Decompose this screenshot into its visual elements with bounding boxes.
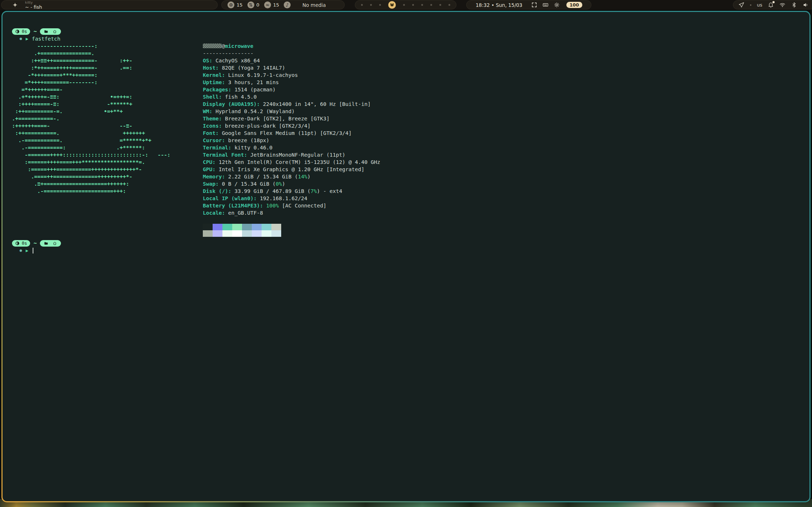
battery-badge[interactable]: 100 (566, 2, 582, 8)
palette-swatch (262, 224, 271, 230)
kitty-icon (389, 2, 395, 8)
palette-swatch (222, 230, 232, 237)
info-label: WM: (203, 108, 212, 114)
window-class: kitty (25, 1, 42, 4)
stat-icon: ≈ (264, 1, 271, 8)
workspace-indicator[interactable] (412, 4, 414, 6)
stat-icon: ⚙ (227, 1, 234, 8)
info-label: Host: (203, 65, 219, 71)
palette-swatch (232, 224, 242, 230)
info-label: Packages: (203, 87, 231, 92)
bluetooth-icon[interactable] (791, 2, 797, 8)
workspace-indicator[interactable] (403, 4, 405, 6)
command-line-2[interactable]: ● ▶ (12, 247, 800, 254)
notifications-button[interactable] (768, 2, 774, 8)
fullscreen-icon[interactable] (531, 2, 537, 8)
stat-item[interactable]: ⇅ 0 (247, 1, 259, 8)
workspace-indicator[interactable] (421, 4, 423, 6)
fastfetch-info-line: Swap: 0 B / 15.34 GiB (0%) (203, 180, 380, 187)
folder-icon (44, 29, 48, 34)
duration-badge: 0s (12, 240, 30, 247)
duration-clock-icon (15, 29, 20, 34)
path-badge (40, 240, 61, 247)
fastfetch-info-line: Icons: breeze-plus-dark [GTK2/3/4] (203, 122, 380, 129)
active-window-info: kitty ~ - fish (25, 1, 42, 9)
text-cursor[interactable] (33, 248, 33, 254)
duration-badge: 0s (12, 28, 30, 35)
workspace-indicator[interactable] (388, 1, 396, 9)
workspace-indicator[interactable] (439, 4, 441, 6)
info-label: Locale: (203, 210, 225, 216)
palette-swatch (271, 230, 281, 237)
stat-item[interactable]: ⚙ 15 (227, 1, 243, 8)
info-label: Icons: (203, 123, 222, 129)
palette-swatch (252, 224, 262, 230)
prompt-status-dot: ● (20, 35, 22, 42)
volume-icon[interactable] (803, 2, 809, 8)
fastfetch-info-line: Shell: fish 4.5.0 (203, 93, 380, 100)
terminal-content[interactable]: 0s ~ ● ▶ fastfetch ------------------: .… (3, 12, 809, 501)
info-label: Font: (203, 130, 219, 136)
info-label: Memory: (203, 174, 225, 180)
info-highlight: 14% (298, 174, 307, 180)
workspace-indicator[interactable] (430, 4, 432, 6)
info-label: GPU: (203, 166, 216, 172)
command-line-1: ● ▶ fastfetch (12, 35, 800, 42)
info-label: Theme: (203, 116, 222, 121)
keyboard-layout-label[interactable]: us (757, 2, 762, 8)
palette-row-bright (203, 230, 380, 237)
workspace-indicator[interactable] (448, 4, 450, 6)
fastfetch-info-column: @microwave ---------------- OS: CachyOS … (203, 42, 380, 237)
workspace-indicator[interactable] (361, 4, 363, 6)
info-label: Cursor: (203, 137, 225, 143)
home-icon (53, 29, 57, 34)
brightness-icon[interactable] (554, 2, 560, 8)
keyboard-icon[interactable] (542, 2, 549, 8)
fastfetch-info-line: Packages: 1514 (pacman) (203, 86, 380, 93)
duration-label: 0s (22, 240, 27, 247)
prompt-arrow-icon: ▶ (26, 247, 28, 254)
info-label: Disk (/): (203, 188, 231, 194)
quick-toggle-icons: 100 (531, 2, 582, 8)
stat-item[interactable]: ≈ 15 (264, 1, 279, 8)
fastfetch-info-line: Font: Google Sans Flex Medium (11pt) [GT… (203, 129, 380, 137)
info-label: OS: (203, 58, 212, 63)
send-tray-icon[interactable] (738, 2, 745, 8)
stat-item[interactable]: ♪ (284, 1, 294, 8)
stat-value: 15 (273, 2, 279, 8)
info-highlight: 100% (266, 203, 279, 209)
fastfetch-info-line: CPU: 12th Gen Intel(R) Core(TM) i5-1235U… (203, 158, 380, 166)
fastfetch-info-line: Terminal: kitty 0.46.0 (203, 144, 380, 151)
fastfetch-info-line: Battery (L21M4PE3): 100% [AC Connected] (203, 202, 380, 209)
workspace-indicator[interactable] (379, 4, 381, 6)
system-stats-module: ⚙ 15 ⇅ 0 ≈ 15 ♪ No media (221, 0, 345, 9)
palette-swatch (213, 230, 222, 237)
palette-row-normal (203, 224, 380, 230)
wifi-icon[interactable] (779, 2, 786, 8)
palette-swatch (262, 230, 271, 237)
fastfetch-info-line: Theme: Breeze-Dark [GTK2], Breeze [GTK3] (203, 115, 380, 122)
notification-dot (772, 1, 775, 3)
fastfetch-info-line: Locale: en_GB.UTF-8 (203, 209, 380, 217)
prompt-arrow-icon: ▶ (26, 35, 28, 42)
command-text: fastfetch (32, 35, 61, 42)
launcher-sparkle-icon[interactable] (12, 2, 18, 8)
info-label: Terminal Font: (203, 152, 247, 158)
fastfetch-info-line: Terminal Font: JetBrainsMonoNF-Regular (… (203, 151, 380, 158)
stat-value: 15 (237, 2, 243, 8)
window-title-module[interactable]: kitty ~ - fish (1, 0, 218, 9)
stats-list: ⚙ 15 ⇅ 0 ≈ 15 ♪ (227, 1, 294, 8)
clock-label[interactable]: 18:32 • Sun, 15/03 (476, 2, 522, 8)
path-tilde: ~ (33, 240, 37, 247)
home-icon (53, 241, 57, 246)
info-highlight: 7% (311, 188, 317, 194)
fastfetch-info-line: Display (AUOA195): 2240x1400 in 14", 60 … (203, 100, 380, 108)
duration-clock-icon (15, 241, 20, 246)
info-label: Battery (L21M4PE3): (203, 203, 263, 209)
palette-swatch (232, 230, 242, 237)
workspace-indicator[interactable] (370, 4, 372, 6)
info-label: Kernel: (203, 72, 225, 78)
duration-label: 0s (22, 28, 27, 35)
info-label: Shell: (203, 94, 222, 100)
media-status[interactable]: No media (302, 2, 326, 8)
